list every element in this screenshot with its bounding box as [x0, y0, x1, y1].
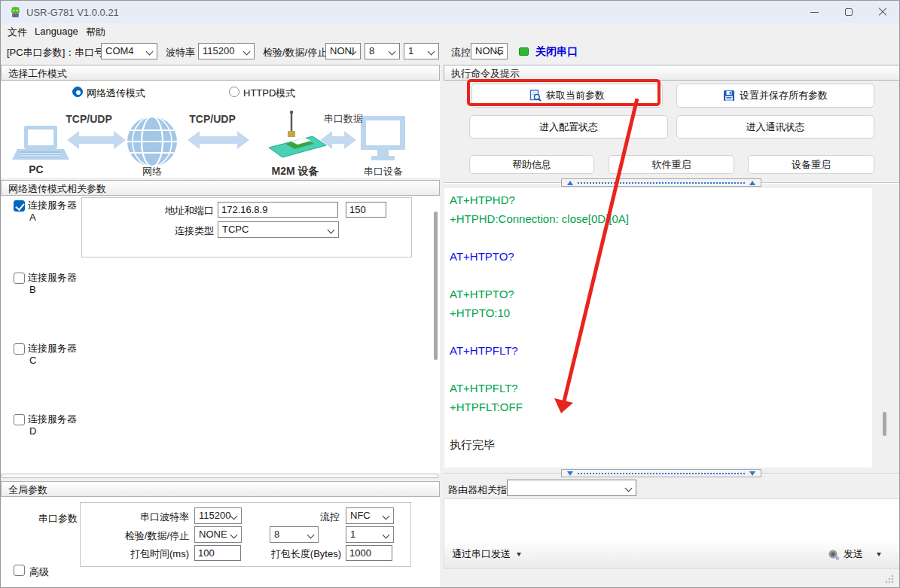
router-cmd-select[interactable] [507, 480, 636, 496]
parity-select[interactable]: NONI [325, 43, 361, 59]
search-document-icon [529, 90, 542, 102]
server-b-checkbox[interactable] [14, 273, 25, 284]
menu-file[interactable]: 文件 [8, 26, 27, 39]
resize-grip-icon[interactable] [883, 573, 895, 585]
flow-select[interactable]: NONE [471, 43, 508, 59]
log-line [450, 228, 872, 247]
serial-device-icon [361, 116, 405, 160]
software-restart-button[interactable]: 软件重启 [609, 155, 734, 174]
server-a-type-label: 连接类型 [114, 224, 214, 238]
log-line: AT+HTPFLT? [450, 341, 872, 360]
top-splitter-handle[interactable] [561, 178, 761, 187]
advanced-label[interactable]: 高级 [29, 565, 49, 579]
log-line: AT+HTPFLT? [450, 379, 872, 398]
close-port-link[interactable]: 关闭串口 [535, 45, 578, 59]
baud-value: 115200 [203, 45, 234, 56]
log-vertical-scrollbar[interactable] [883, 412, 886, 436]
server-d-label: 连接服务器 [28, 413, 77, 426]
databits-select[interactable]: 8 [365, 43, 400, 59]
menu-help[interactable]: 帮助 [86, 26, 105, 39]
send-input-area[interactable]: 通过串口发送 发送 [444, 498, 900, 569]
exec-section-header: 执行命令及提示 [444, 65, 900, 81]
server-d-suffix: D [29, 425, 36, 437]
titlebar [1, 1, 900, 23]
server-b-suffix: B [29, 284, 36, 295]
app-icon [9, 6, 22, 19]
pc-node-label: PC [29, 163, 43, 175]
maximize-button[interactable] [831, 1, 866, 23]
server-b-label: 连接服务器 [28, 271, 77, 285]
network-globe-icon [127, 117, 177, 166]
serial-group-label: 串口参数 [38, 512, 78, 526]
splitter-down-icon [567, 471, 573, 476]
radio-httpd-mode-label[interactable]: HTTPD模式 [243, 87, 295, 100]
arrow-m2m-serial [320, 131, 356, 149]
app-window: USR-G781 V1.0.0.21 文件 Language 帮助 [PC串口参… [0, 0, 900, 588]
radio-transparent-mode-label[interactable]: 网络透传模式 [87, 87, 145, 100]
send-button[interactable]: 发送 [844, 547, 863, 561]
enter-config-button[interactable]: 进入配置状态 [469, 115, 668, 139]
send-dropdown-icon[interactable] [877, 553, 881, 556]
save-params-label: 设置并保存所有参数 [740, 89, 828, 102]
global-baud-select[interactable]: 115200 [194, 507, 242, 524]
server-d-checkbox[interactable] [14, 414, 25, 425]
server-a-type-value: TCPC [222, 224, 249, 235]
stopbits-select[interactable]: 1 [404, 43, 439, 59]
get-params-button[interactable]: 获取当前参数 [471, 84, 663, 108]
log-line: +HTPTO:10 [450, 303, 872, 322]
flow-label: 流控 [451, 46, 471, 59]
global-stopbits-select[interactable]: 1 [346, 526, 394, 543]
server-a-port-input[interactable] [346, 202, 386, 218]
server-a-addr-label: 地址和端口 [114, 204, 214, 218]
menu-language[interactable]: Language [35, 26, 78, 37]
send-via-serial-label[interactable]: 通过串口发送 [452, 547, 511, 561]
close-button[interactable] [865, 1, 900, 23]
global-flow-select[interactable]: NFC [346, 507, 394, 524]
radio-transparent-mode[interactable] [72, 87, 83, 97]
packlen-input[interactable] [346, 545, 392, 561]
m2m-node-label: M2M 设备 [272, 165, 319, 177]
link3-label: 串口数据 [324, 113, 363, 124]
server-a-checkbox[interactable] [14, 200, 25, 212]
splitter-dots [578, 182, 745, 184]
radio-httpd-mode[interactable] [229, 87, 239, 97]
bottom-splitter-handle[interactable] [561, 469, 761, 477]
global-databits-value: 8 [274, 529, 279, 540]
global-baud-label: 串口波特率 [91, 510, 189, 524]
splitter-up-icon [749, 181, 755, 185]
help-info-label: 帮助信息 [512, 158, 551, 172]
global-databits-select[interactable]: 8 [270, 526, 319, 543]
save-params-button[interactable]: 设置并保存所有参数 [676, 84, 874, 108]
global-parity-select[interactable]: NONE [194, 526, 242, 543]
left-panel-horizontal-scrollbar[interactable] [2, 474, 438, 478]
device-restart-button[interactable]: 设备重启 [748, 155, 874, 174]
server-a-type-select[interactable]: TCPC [218, 221, 339, 238]
minimize-button[interactable] [797, 1, 831, 23]
baud-select[interactable]: 115200 [198, 43, 255, 59]
log-line [450, 416, 872, 435]
link1-label: TCP/UDP [66, 113, 111, 125]
command-log[interactable]: AT+HTPHD? +HTPHD:Connection: close[0D][0… [444, 188, 872, 468]
global-parity-value: NONE [199, 529, 227, 540]
enter-comm-button[interactable]: 进入通讯状态 [676, 115, 874, 139]
m2m-device-icon [269, 111, 326, 157]
work-mode-section-header: 选择工作模式 [1, 65, 440, 81]
send-via-dropdown-icon[interactable] [517, 553, 521, 556]
log-line: AT+HTPHD? [450, 190, 872, 209]
server-c-checkbox[interactable] [14, 343, 25, 355]
databits-value: 8 [369, 45, 374, 56]
close-icon [878, 8, 887, 17]
pc-serial-port-label: [PC串口参数]：串口号 [7, 46, 104, 59]
enter-comm-label: 进入通讯状态 [746, 120, 805, 134]
com-port-select[interactable]: COM4 [101, 43, 157, 59]
log-line: AT+HTPTO? [450, 247, 872, 266]
window-title: USR-G781 V1.0.0.21 [26, 7, 119, 18]
advanced-checkbox[interactable] [14, 565, 25, 576]
global-flow-value: NFC [350, 510, 371, 521]
help-info-button[interactable]: 帮助信息 [469, 155, 594, 174]
send-toolbar: 通过串口发送 发送 [444, 540, 899, 568]
packtime-input[interactable] [194, 545, 241, 561]
global-params-section-header: 全局参数 [1, 481, 440, 497]
left-panel-vertical-scrollbar[interactable] [434, 212, 438, 360]
server-a-addr-input[interactable] [218, 202, 338, 218]
